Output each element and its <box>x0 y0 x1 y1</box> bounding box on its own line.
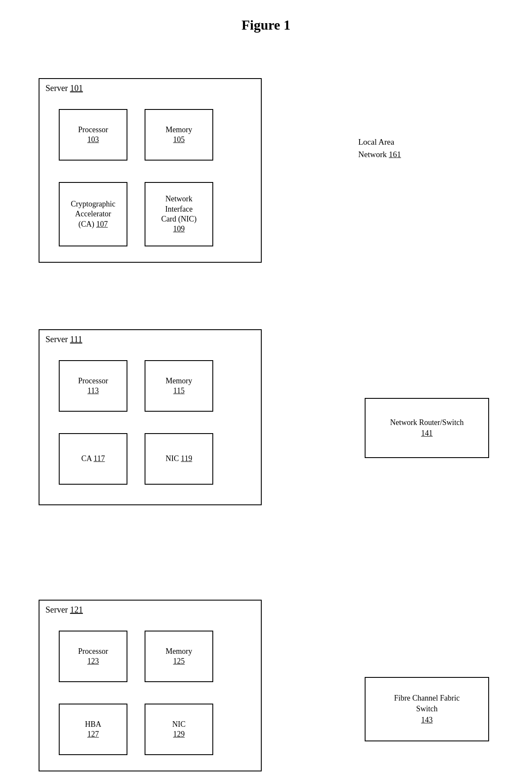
nic-129-label: NIC129 <box>172 719 186 740</box>
server-121-number: 121 <box>70 605 83 614</box>
processor-123-box: Processor123 <box>59 631 127 682</box>
nic-109-box: NetworkInterfaceCard (NIC)109 <box>145 182 213 246</box>
ca-107-box: CryptographicAccelerator(CA) 107 <box>59 182 127 246</box>
page: Figure 1 <box>0 0 532 780</box>
server-101-box: Server 101 Processor103 Memory105 Crypto… <box>39 78 262 263</box>
memory-125-label: Memory125 <box>166 646 192 667</box>
memory-105-label: Memory105 <box>166 125 192 145</box>
nic-119-box: NIC 119 <box>145 433 213 485</box>
router-141-box: Network Router/Switch141 <box>365 398 489 458</box>
hba-127-box: HBA127 <box>59 704 127 755</box>
server-101-label: Server 101 <box>45 83 83 93</box>
memory-125-box: Memory125 <box>145 631 213 682</box>
processor-103-box: Processor103 <box>59 109 127 161</box>
server-111-box: Server 111 Processor113 Memory115 CA 117… <box>39 329 262 505</box>
memory-115-label: Memory115 <box>166 376 192 396</box>
ca-107-label: CryptographicAccelerator(CA) 107 <box>71 199 115 229</box>
server-111-number: 111 <box>70 334 82 344</box>
fibre-143-box: Fibre Channel FabricSwitch143 <box>365 677 489 741</box>
processor-123-label: Processor123 <box>78 646 108 667</box>
processor-103-label: Processor103 <box>78 125 108 145</box>
server-111-label: Server 111 <box>45 334 82 344</box>
lan-161-label: Local AreaNetwork 161 <box>358 136 401 161</box>
server-101-number: 101 <box>70 83 83 93</box>
server-121-box: Server 121 Processor123 Memory125 HBA127… <box>39 600 262 771</box>
router-141-label: Network Router/Switch141 <box>390 417 463 439</box>
ca-117-label: CA 117 <box>82 454 105 464</box>
figure-title: Figure 1 <box>26 17 506 33</box>
server-121-label: Server 121 <box>45 605 83 615</box>
ca-117-box: CA 117 <box>59 433 127 485</box>
fibre-143-label: Fibre Channel FabricSwitch143 <box>394 693 460 725</box>
hba-127-label: HBA127 <box>85 719 101 740</box>
memory-115-box: Memory115 <box>145 360 213 412</box>
nic-129-box: NIC129 <box>145 704 213 755</box>
memory-105-box: Memory105 <box>145 109 213 161</box>
nic-119-label: NIC 119 <box>166 454 192 464</box>
nic-109-label: NetworkInterfaceCard (NIC)109 <box>161 194 196 234</box>
processor-113-box: Processor113 <box>59 360 127 412</box>
processor-113-label: Processor113 <box>78 376 108 396</box>
